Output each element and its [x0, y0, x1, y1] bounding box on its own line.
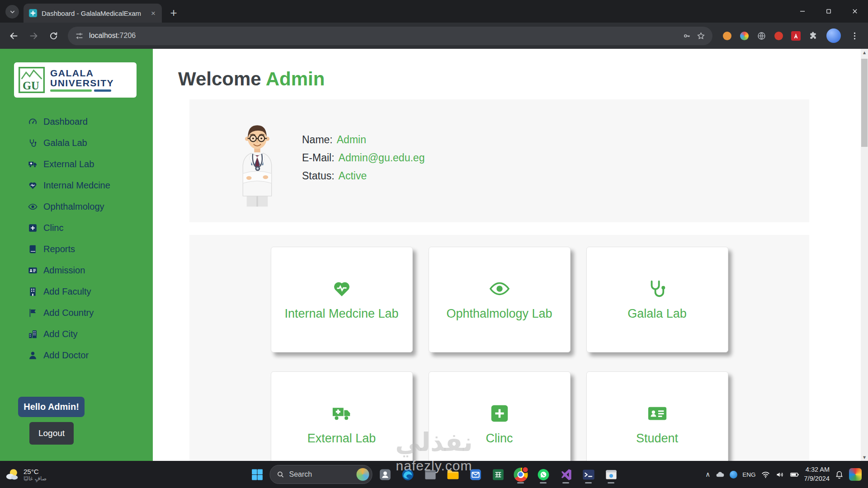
sidebar-item-external-lab[interactable]: External Lab: [0, 154, 153, 175]
sidebar-item-add-country[interactable]: Add Country: [0, 302, 153, 324]
ambulance-icon: [28, 160, 38, 169]
hello-admin-badge: Hello Admin!: [18, 397, 85, 417]
card-galala-lab[interactable]: Galala Lab: [586, 247, 728, 352]
weather-text: 25°C صافٍ غالبًا: [24, 468, 47, 482]
sidebar-item-galala-lab[interactable]: Galala Lab: [0, 132, 153, 154]
tray-blue-app-icon[interactable]: [730, 471, 737, 479]
chrome-icon[interactable]: [511, 465, 531, 484]
university-logo[interactable]: GU GALALA UNIVERSITY: [14, 62, 137, 98]
logo-line2: UNIVERSITY: [50, 78, 114, 88]
start-button[interactable]: [247, 465, 267, 484]
weather-widget[interactable]: 25°C صافٍ غالبًا: [0, 467, 99, 482]
card-internal-medcine-lab[interactable]: Internal Medcine Lab: [271, 247, 413, 352]
welcome-admin-name: Admin: [266, 68, 325, 89]
browser-menu-button[interactable]: [845, 27, 863, 45]
people-app-icon[interactable]: [375, 465, 395, 484]
logo-text: GALALA UNIVERSITY: [50, 68, 114, 92]
back-button[interactable]: [5, 27, 23, 45]
notification-bell-icon[interactable]: [835, 470, 844, 479]
weather-icon: [5, 467, 20, 482]
ambulance-icon: [331, 403, 352, 424]
doctor-avatar: [235, 116, 280, 212]
mail-app-icon[interactable]: [466, 465, 486, 484]
search-highlight-icon: [357, 468, 369, 481]
name-label: Name:: [302, 134, 333, 146]
tray-colorful-app-icon[interactable]: [849, 468, 862, 481]
eye-icon: [28, 202, 38, 211]
url-text[interactable]: localhost:7206: [89, 32, 677, 40]
reload-button[interactable]: [44, 27, 62, 45]
taskbar-search[interactable]: Search: [270, 465, 373, 484]
tray-chevron-icon[interactable]: ∧: [705, 470, 710, 479]
dashboard-icon: [28, 117, 38, 127]
card-clinc[interactable]: Clinc: [429, 371, 571, 461]
globe-extension-icon[interactable]: [754, 28, 769, 43]
sidebar-item-clinc[interactable]: Clinc: [0, 217, 153, 239]
sidebar-item-ophthalmology[interactable]: Ophthalmology: [0, 196, 153, 217]
email-label: E-Mail:: [302, 152, 335, 164]
extension-orange-icon[interactable]: [720, 28, 734, 43]
id-card-icon: [28, 266, 38, 275]
wifi-icon[interactable]: [761, 470, 770, 479]
window-controls: [789, 0, 868, 23]
excel-app-icon[interactable]: [488, 465, 508, 484]
volume-icon[interactable]: [775, 470, 785, 479]
sidebar-item-add-faculty[interactable]: Add Faculty: [0, 281, 153, 302]
card-external-lab[interactable]: External Lab: [271, 371, 413, 461]
window-app-icon[interactable]: [420, 465, 440, 484]
scrollbar-thumb[interactable]: [861, 59, 868, 147]
flag-icon: [28, 308, 38, 318]
weather-desc: صافٍ غالبًا: [24, 475, 47, 482]
sidebar-item-admission[interactable]: Admission: [0, 260, 153, 281]
scrollbar[interactable]: ▲ ▼: [861, 49, 868, 461]
scroll-down-icon[interactable]: ▼: [861, 454, 868, 461]
sidebar-item-dashboard[interactable]: Dashboard: [0, 111, 153, 132]
extension-color-icon[interactable]: [737, 28, 751, 43]
address-bar[interactable]: localhost:7206: [68, 27, 712, 45]
profile-avatar[interactable]: [826, 28, 841, 43]
windows-logo-icon: [250, 468, 264, 482]
extension-red-icon[interactable]: [771, 28, 786, 43]
user-icon: [28, 351, 38, 360]
sidebar-item-add-city[interactable]: Add City: [0, 324, 153, 345]
cards-panel: Internal Medcine LabOphthalmology LabGal…: [189, 235, 809, 461]
sidebar-item-internal-medcine[interactable]: Internal Medcine: [0, 175, 153, 196]
whatsapp-icon[interactable]: [533, 465, 553, 484]
bookmark-star-icon[interactable]: [697, 32, 705, 40]
profile-name-row: Name: Admin: [302, 134, 425, 146]
stethoscope-icon: [647, 278, 668, 299]
forward-button[interactable]: [24, 27, 42, 45]
battery-icon[interactable]: [790, 470, 799, 479]
folder-icon[interactable]: [443, 465, 463, 484]
new-tab-button[interactable]: +: [165, 5, 182, 21]
status-value: Active: [339, 170, 367, 182]
gu-logo-icon: GU: [19, 67, 45, 93]
tab-search-button[interactable]: [5, 5, 19, 19]
profile-panel: Name: Admin E-Mail: Admin@gu.edu.eg Stat…: [189, 99, 809, 222]
tab-close-icon[interactable]: ×: [150, 9, 156, 18]
snipping-tool-icon[interactable]: [601, 465, 621, 484]
system-tray: ∧ ENG 4:32 AM 7/9/2024: [705, 465, 868, 483]
sidebar-item-reports[interactable]: Reports: [0, 239, 153, 260]
maximize-button[interactable]: [816, 0, 842, 23]
card-student[interactable]: Student: [586, 371, 728, 461]
edge-icon[interactable]: [398, 465, 418, 484]
terminal-icon[interactable]: [579, 465, 599, 484]
taskbar-center: Search: [247, 461, 621, 488]
language-indicator[interactable]: ENG: [742, 471, 755, 478]
card-ophthalmology-lab[interactable]: Ophthalmology Lab: [429, 247, 571, 352]
site-sett/ings-icon[interactable]: [75, 32, 84, 40]
status-label: Status:: [302, 170, 335, 182]
close-button[interactable]: [842, 0, 868, 23]
password-key-icon[interactable]: [683, 32, 691, 40]
browser-tab[interactable]: Dashboard - GalalaMedicalExam ×: [24, 4, 162, 23]
clock[interactable]: 4:32 AM 7/9/2024: [804, 465, 830, 483]
adobe-acrobat-icon[interactable]: [788, 28, 803, 43]
logout-button[interactable]: Logout: [29, 422, 74, 445]
visual-studio-icon[interactable]: [556, 465, 576, 484]
onedrive-cloud-icon[interactable]: [715, 470, 725, 479]
scroll-up-icon[interactable]: ▲: [861, 49, 868, 56]
minimize-button[interactable]: [789, 0, 816, 23]
extensions-puzzle-icon[interactable]: [806, 28, 820, 43]
sidebar-item-add-doctor[interactable]: Add Doctor: [0, 345, 153, 366]
